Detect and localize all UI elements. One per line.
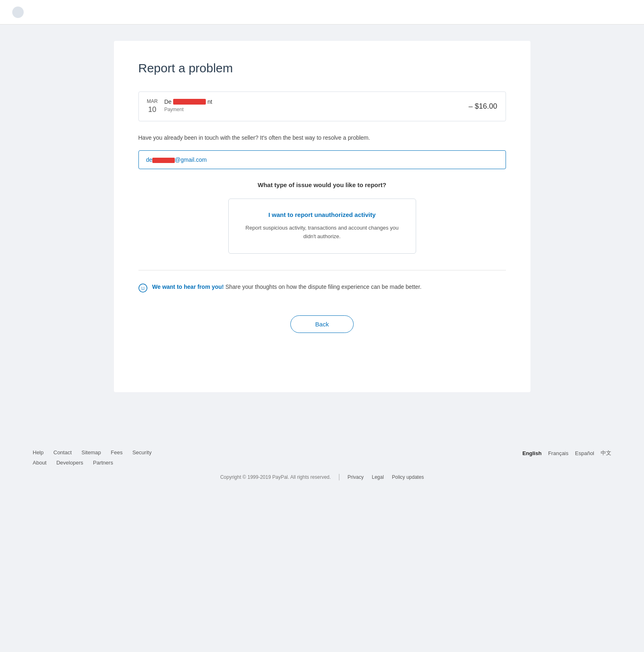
footer-link-fees[interactable]: Fees <box>111 449 123 456</box>
logo-icon <box>12 7 24 18</box>
seller-contact-text: Have you already been in touch with the … <box>138 134 506 142</box>
lang-chinese[interactable]: 中文 <box>601 449 611 457</box>
lang-french[interactable]: Français <box>548 450 568 456</box>
footer-privacy-link[interactable]: Privacy <box>348 474 363 480</box>
email-box: de@gmail.com <box>138 150 506 169</box>
transaction-row: MAR 10 De nt Payment – $16.00 <box>138 92 506 121</box>
transaction-desc: De nt Payment <box>164 98 212 112</box>
footer-link-about[interactable]: About <box>33 460 47 466</box>
footer-link-sitemap[interactable]: Sitemap <box>82 449 101 456</box>
email-prefix-label: de <box>146 156 153 163</box>
transaction-name: De nt <box>164 98 212 105</box>
footer-policy-link[interactable]: Policy updates <box>392 474 424 480</box>
footer-link-group-2: About Developers Partners <box>33 460 152 466</box>
transaction-left: MAR 10 De nt Payment <box>147 98 212 114</box>
transaction-name-suffix: nt <box>207 98 212 105</box>
transaction-name-prefix: De <box>164 98 172 105</box>
spacer <box>0 392 644 433</box>
transaction-name-redacted <box>173 99 206 105</box>
feedback-row: We want to hear from you! Share your tho… <box>138 283 506 295</box>
issue-question: What type of issue would you like to rep… <box>138 181 506 188</box>
transaction-date: MAR 10 <box>147 98 158 114</box>
footer-left: Help Contact Sitemap Fees Security About… <box>33 449 152 466</box>
feedback-body: Share your thoughts on how the dispute f… <box>224 284 421 290</box>
transaction-day: 10 <box>147 105 158 114</box>
footer-legal-link[interactable]: Legal <box>372 474 383 480</box>
feedback-icon <box>138 284 147 295</box>
footer: Help Contact Sitemap Fees Security About… <box>0 433 644 493</box>
main-card: Report a problem MAR 10 De nt Payment – … <box>114 41 530 392</box>
copyright-text: Copyright © 1999-2019 PayPal. All rights… <box>220 474 331 480</box>
transaction-type: Payment <box>164 107 212 112</box>
top-nav <box>0 0 644 25</box>
footer-link-security[interactable]: Security <box>132 449 152 456</box>
option-card-title: I want to report unauthorized activity <box>245 211 399 218</box>
svg-point-1 <box>141 287 142 288</box>
footer-bottom: Copyright © 1999-2019 PayPal. All rights… <box>33 474 611 480</box>
lang-spanish[interactable]: Español <box>575 450 594 456</box>
footer-link-contact[interactable]: Contact <box>53 449 72 456</box>
email-suffix: @gmail.com <box>175 156 207 163</box>
footer-link-developers[interactable]: Developers <box>56 460 83 466</box>
feedback-highlight: We want to hear from you! <box>152 284 224 290</box>
feedback-text: We want to hear from you! Share your tho… <box>152 283 422 291</box>
section-divider <box>138 270 506 270</box>
footer-link-group-1: Help Contact Sitemap Fees Security <box>33 449 152 456</box>
page-title: Report a problem <box>138 61 506 75</box>
footer-links-row: Help Contact Sitemap Fees Security About… <box>33 449 611 466</box>
footer-right: English Français Español 中文 <box>522 449 611 457</box>
svg-point-0 <box>139 284 147 292</box>
back-button[interactable]: Back <box>290 315 354 333</box>
back-button-wrapper: Back <box>138 315 506 333</box>
lang-english[interactable]: English <box>522 450 541 456</box>
email-redacted <box>152 158 175 163</box>
transaction-month: MAR <box>147 98 158 104</box>
footer-link-help[interactable]: Help <box>33 449 44 456</box>
option-card[interactable]: I want to report unauthorized activity R… <box>228 199 416 254</box>
footer-divider <box>339 474 339 480</box>
svg-point-2 <box>143 287 144 288</box>
footer-link-partners[interactable]: Partners <box>93 460 113 466</box>
transaction-amount: – $16.00 <box>468 102 497 111</box>
option-card-desc: Report suspicious activity, transactions… <box>245 224 399 241</box>
